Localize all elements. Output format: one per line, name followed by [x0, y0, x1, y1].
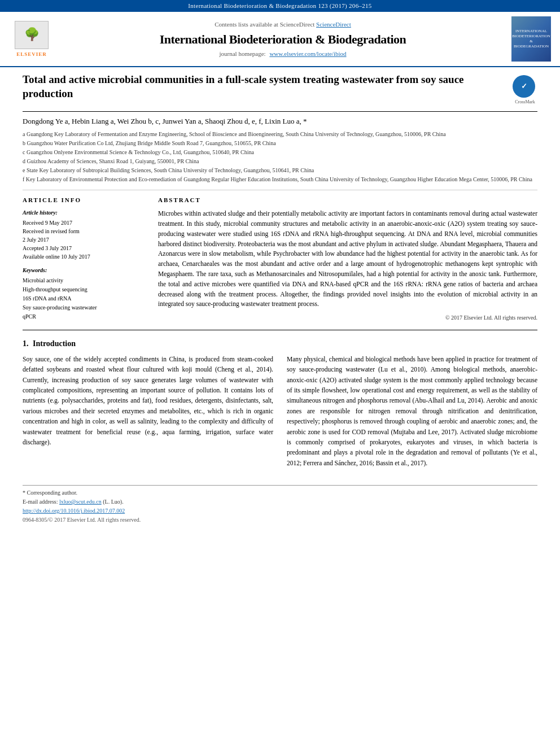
journal-header-center: Contents lists available at ScienceDirec… [60, 20, 506, 59]
journal-reference-bar: International Biodeterioration & Biodegr… [0, 0, 560, 12]
elsevier-logo: 🌳 ELSEVIER [9, 21, 54, 58]
history-label: Article history: [23, 209, 147, 217]
keyword-2: High-throughput sequencing [23, 285, 147, 294]
intro-num: 1. [23, 339, 29, 348]
keyword-3: 16S rDNA and rRNA [23, 294, 147, 303]
doi-line: http://dx.doi.org/10.1016/j.ibiod.2017.0… [23, 507, 537, 515]
sciencedirect-notice: Contents lists available at ScienceDirec… [60, 20, 506, 29]
footnote-area: * Corresponding author. E-mail address: … [23, 485, 537, 524]
affil-c: c Guangzhou Onlyene Environmental Scienc… [23, 148, 537, 156]
crossmark-label: CrossMark [513, 99, 537, 105]
abstract-text: Microbes within activated sludge and the… [158, 209, 537, 309]
journal-homepage-line: journal homepage: www.elsevier.com/locat… [60, 50, 506, 58]
issn-line: 0964-8305/© 2017 Elsevier Ltd. All right… [23, 516, 537, 524]
email-label: E-mail address: [23, 499, 58, 505]
authors-line: Dongdong Ye a, Hebin Liang a, Wei Zhou b… [23, 116, 537, 126]
journal-homepage-link[interactable]: www.elsevier.com/locate/ibiod [269, 50, 346, 57]
sciencedirect-link[interactable]: ScienceDirect [316, 21, 351, 28]
email-link[interactable]: lxluo@scut.edu.cn [59, 499, 102, 505]
affil-f: f Key Laboratory of Environmental Protec… [23, 175, 537, 184]
email-suffix: (L. Luo). [103, 499, 123, 505]
available-date: Available online 10 July 2017 [23, 252, 147, 261]
elsevier-tree-icon: 🌳 [15, 21, 49, 49]
authors-text: Dongdong Ye a, Hebin Liang a, Wei Zhou b… [23, 117, 307, 125]
crossmark-icon: ✓ [513, 75, 535, 98]
affil-b: b Guangzhou Water Purification Co Ltd, Z… [23, 139, 537, 147]
email-note: E-mail address: lxluo@scut.edu.cn (L. Lu… [23, 498, 537, 506]
intro-content: Soy sauce, one of the widely accepted co… [23, 354, 537, 468]
journal-homepage-label: journal homepage: [219, 50, 265, 57]
journal-title: International Biodeterioration & Biodegr… [60, 31, 506, 49]
article-info-col: ARTICLE INFO Article history: Received 9… [23, 196, 147, 322]
corresponding-note: * Corresponding author. [23, 489, 537, 497]
article-history: Article history: Received 9 May 2017 Rec… [23, 209, 147, 261]
article-title-section: Total and active microbial communities i… [23, 73, 537, 111]
elsevier-wordmark: ELSEVIER [16, 51, 47, 58]
article-title: Total and active microbial communities i… [23, 73, 507, 101]
journal-header: 🌳 ELSEVIER Contents lists available at S… [0, 12, 560, 67]
abstract-col: ABSTRACT Microbes within activated sludg… [158, 196, 537, 322]
section-divider [23, 330, 537, 330]
affiliations-section: a Guangdong Key Laboratory of Fermentati… [23, 130, 537, 190]
affil-a: a Guangdong Key Laboratory of Fermentati… [23, 130, 537, 138]
affil-e: e State Key Laboratory of Subtropical Bu… [23, 166, 537, 174]
sciencedirect-prefix: Contents lists available at ScienceDirec… [215, 21, 314, 28]
intro-heading: Introduction [33, 339, 76, 348]
journal-reference-text: International Biodeterioration & Biodegr… [188, 2, 371, 9]
keywords-section: Keywords: Microbial activity High-throug… [23, 267, 147, 321]
article-info-abstract: ARTICLE INFO Article history: Received 9… [23, 196, 537, 322]
keyword-4: Soy sauce-producing wastewater [23, 303, 147, 312]
keyword-1: Microbial activity [23, 276, 147, 285]
keywords-label: Keywords: [23, 267, 147, 274]
received-date: Received 9 May 2017 [23, 219, 147, 227]
accepted-date: Accepted 3 July 2017 [23, 244, 147, 252]
doi-link[interactable]: http://dx.doi.org/10.1016/j.ibiod.2017.0… [23, 508, 125, 514]
intro-section: 1. Introduction Soy sauce, one of the wi… [23, 338, 537, 468]
main-content: Total and active microbial communities i… [0, 67, 560, 535]
revised-date: 2 July 2017 [23, 235, 147, 244]
revised-label: Received in revised form [23, 227, 147, 235]
journal-cover-image: INTERNATIONAL BIODETERIORATION & BIODEGR… [511, 16, 551, 62]
intro-title: 1. Introduction [23, 338, 537, 350]
intro-left-col: Soy sauce, one of the widely accepted co… [23, 354, 273, 468]
copyright-line: © 2017 Elsevier Ltd. All rights reserved… [158, 314, 537, 322]
affil-d: d Guizhou Academy of Sciences, Shanxi Ro… [23, 157, 537, 165]
abstract-heading: ABSTRACT [158, 196, 537, 204]
intro-right-col: Many physical, chemical and biological m… [287, 354, 537, 468]
intro-right-text: Many physical, chemical and biological m… [287, 354, 537, 468]
journal-cover-text: INTERNATIONAL BIODETERIORATION & BIODEGR… [512, 29, 550, 49]
article-info-heading: ARTICLE INFO [23, 196, 147, 204]
keyword-5: qPCR [23, 312, 147, 321]
crossmark-badge: ✓ CrossMark [513, 75, 537, 105]
intro-left-text: Soy sauce, one of the widely accepted co… [23, 354, 273, 448]
